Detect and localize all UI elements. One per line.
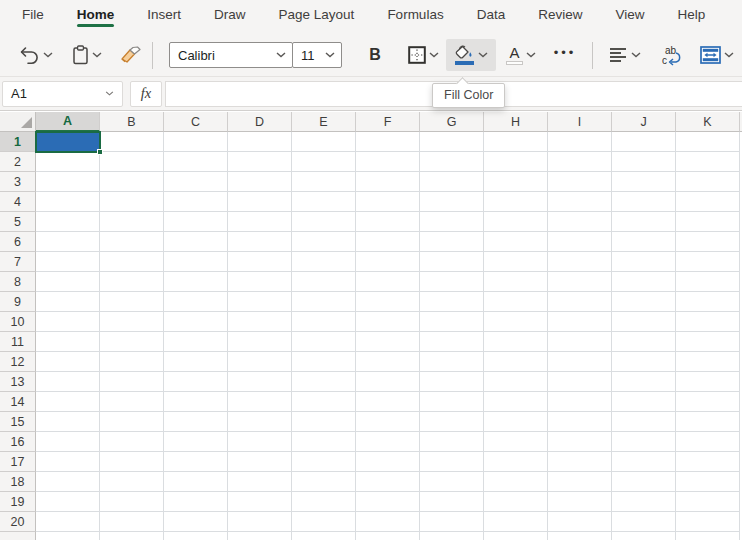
row-header-6[interactable]: 6 — [0, 232, 36, 252]
cell-b16[interactable] — [100, 432, 164, 452]
cell-e17[interactable] — [292, 452, 356, 472]
row-header-13[interactable]: 13 — [0, 372, 36, 392]
cell-h15[interactable] — [484, 412, 548, 432]
cell-g10[interactable] — [420, 312, 484, 332]
cell-k17[interactable] — [676, 452, 740, 472]
cell-f1[interactable] — [356, 132, 420, 152]
cell-g16[interactable] — [420, 432, 484, 452]
cell-c4[interactable] — [164, 192, 228, 212]
cell-f4[interactable] — [356, 192, 420, 212]
cell-f2[interactable] — [356, 152, 420, 172]
row-header-11[interactable]: 11 — [0, 332, 36, 352]
cell-b19[interactable] — [100, 492, 164, 512]
cell-j[interactable] — [612, 532, 676, 540]
cell-f13[interactable] — [356, 372, 420, 392]
cell-i6[interactable] — [548, 232, 612, 252]
cell-i13[interactable] — [548, 372, 612, 392]
cell-h16[interactable] — [484, 432, 548, 452]
cell-j1[interactable] — [612, 132, 676, 152]
cell-b17[interactable] — [100, 452, 164, 472]
cell-j7[interactable] — [612, 252, 676, 272]
cell-e15[interactable] — [292, 412, 356, 432]
cell-h7[interactable] — [484, 252, 548, 272]
menu-item-home[interactable]: Home — [77, 7, 115, 27]
cell-k2[interactable] — [676, 152, 740, 172]
cell-j13[interactable] — [612, 372, 676, 392]
menu-item-insert[interactable]: Insert — [147, 7, 181, 27]
cell-f9[interactable] — [356, 292, 420, 312]
cell-d4[interactable] — [228, 192, 292, 212]
cell-f17[interactable] — [356, 452, 420, 472]
cell-g14[interactable] — [420, 392, 484, 412]
cell-j12[interactable] — [612, 352, 676, 372]
cell-f10[interactable] — [356, 312, 420, 332]
cell-d[interactable] — [228, 532, 292, 540]
cell-c8[interactable] — [164, 272, 228, 292]
cell-e10[interactable] — [292, 312, 356, 332]
cell-d13[interactable] — [228, 372, 292, 392]
cell-k15[interactable] — [676, 412, 740, 432]
cell-a10[interactable] — [36, 312, 100, 332]
fill-handle[interactable] — [97, 149, 103, 155]
cell-g5[interactable] — [420, 212, 484, 232]
cell-h18[interactable] — [484, 472, 548, 492]
cell-c6[interactable] — [164, 232, 228, 252]
row-header-15[interactable]: 15 — [0, 412, 36, 432]
cell-k1[interactable] — [676, 132, 740, 152]
row-header-10[interactable]: 10 — [0, 312, 36, 332]
wrap-text-button[interactable]: abc — [655, 39, 685, 71]
cell-c17[interactable] — [164, 452, 228, 472]
cell-a3[interactable] — [36, 172, 100, 192]
column-header-c[interactable]: C — [164, 112, 228, 132]
cell-c[interactable] — [164, 532, 228, 540]
cell-k4[interactable] — [676, 192, 740, 212]
row-header-12[interactable]: 12 — [0, 352, 36, 372]
cell-g4[interactable] — [420, 192, 484, 212]
merge-center-button[interactable] — [693, 39, 741, 71]
cell-b9[interactable] — [100, 292, 164, 312]
cell-d3[interactable] — [228, 172, 292, 192]
selected-cell-a1[interactable] — [35, 131, 101, 153]
cell-k6[interactable] — [676, 232, 740, 252]
cell-h6[interactable] — [484, 232, 548, 252]
cell-c9[interactable] — [164, 292, 228, 312]
cell-k10[interactable] — [676, 312, 740, 332]
cell-a5[interactable] — [36, 212, 100, 232]
cell-e20[interactable] — [292, 512, 356, 532]
cell-g8[interactable] — [420, 272, 484, 292]
cell-e4[interactable] — [292, 192, 356, 212]
cell-b1[interactable] — [100, 132, 164, 152]
cell-i2[interactable] — [548, 152, 612, 172]
cell-h5[interactable] — [484, 212, 548, 232]
cell-g15[interactable] — [420, 412, 484, 432]
cell-c1[interactable] — [164, 132, 228, 152]
cell-i20[interactable] — [548, 512, 612, 532]
cell-i14[interactable] — [548, 392, 612, 412]
cell-c15[interactable] — [164, 412, 228, 432]
menu-item-formulas[interactable]: Formulas — [387, 7, 443, 27]
cell-f5[interactable] — [356, 212, 420, 232]
cell-j15[interactable] — [612, 412, 676, 432]
cell-k16[interactable] — [676, 432, 740, 452]
cell-b8[interactable] — [100, 272, 164, 292]
column-header-i[interactable]: I — [548, 112, 612, 132]
cell-k8[interactable] — [676, 272, 740, 292]
cell-e3[interactable] — [292, 172, 356, 192]
cell-e16[interactable] — [292, 432, 356, 452]
cell-k20[interactable] — [676, 512, 740, 532]
cell-i18[interactable] — [548, 472, 612, 492]
column-header-a[interactable]: A — [36, 112, 100, 132]
row-header-5[interactable]: 5 — [0, 212, 36, 232]
cell-a14[interactable] — [36, 392, 100, 412]
row-header-3[interactable]: 3 — [0, 172, 36, 192]
font-name-combobox[interactable]: Calibri — [169, 42, 293, 68]
cell-e7[interactable] — [292, 252, 356, 272]
cell-k7[interactable] — [676, 252, 740, 272]
cell-h9[interactable] — [484, 292, 548, 312]
column-header-g[interactable]: G — [420, 112, 484, 132]
cell-e9[interactable] — [292, 292, 356, 312]
cell-a9[interactable] — [36, 292, 100, 312]
cell-g1[interactable] — [420, 132, 484, 152]
cell-f20[interactable] — [356, 512, 420, 532]
cell-d16[interactable] — [228, 432, 292, 452]
